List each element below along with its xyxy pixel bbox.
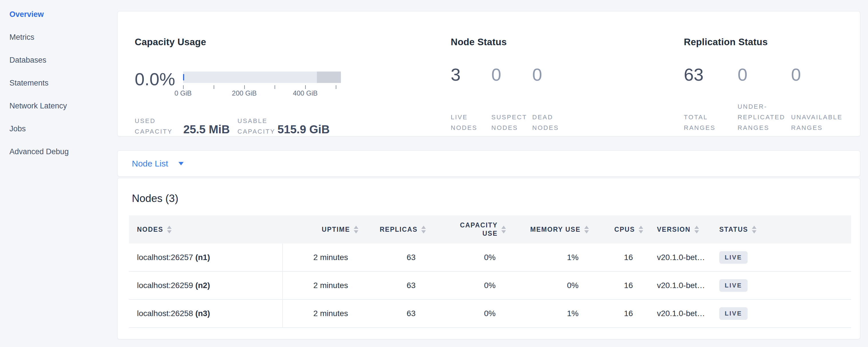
live-nodes-label: LIVE NODES [451,112,489,133]
sidebar-item-overview[interactable]: Overview [9,3,117,26]
capacity-use-cell: 0% [428,244,508,272]
capacity-gauge: 0 GiB 200 GiB 400 GiB [183,64,341,98]
memory-use-cell: 1% [508,244,591,272]
node-status-title: Node Status [451,37,651,48]
table-row-n3[interactable]: localhost:26258 (n3) 2 minutes 63 0% 1% … [129,299,851,327]
sort-icon [584,226,589,233]
node-address-cell[interactable]: localhost:26258 (n3) [129,299,283,327]
status-badge: LIVE [719,251,748,264]
node-address: localhost:26258 [137,309,193,318]
column-header-version[interactable]: VERSION [646,215,712,244]
table-row-n2[interactable]: localhost:26259 (n2) 2 minutes 63 0% 0% … [129,272,851,299]
memory-use-column-label: MEMORY USE [530,226,581,233]
axis-label-200gib: 200 GiB [232,89,257,97]
capacity-gauge-reserved-segment [317,71,341,83]
status-column-label: STATUS [719,226,748,233]
capacity-use-cell: 0% [428,272,508,299]
suspect-nodes-stat: 0 SUSPECT NODES [491,66,532,133]
column-header-replicas[interactable]: REPLICAS [361,215,428,244]
node-list-strip: Node List [117,151,860,177]
replicas-cell: 63 [361,244,428,272]
sort-icon [639,226,643,233]
status-cell: LIVE [712,299,851,327]
uptime-cell: 2 minutes [283,299,361,327]
uptime-cell: 2 minutes [283,272,361,299]
cpus-cell: 16 [591,299,646,327]
chevron-down-icon [179,162,184,165]
cockroachdb-overview-page: Overview Metrics Databases Statements Ne… [0,0,868,347]
replicas-cell: 63 [361,299,428,327]
capacity-gauge-used-marker [183,74,184,81]
version-cell: v20.1.0-bet… [646,299,712,327]
usable-capacity-label: USABLE CAPACITY [237,116,277,137]
column-header-capacity-use[interactable]: CAPACITY USE [428,215,508,244]
cpus-cell: 16 [591,244,646,272]
node-address-cell[interactable]: localhost:26259 (n2) [129,272,283,299]
usable-capacity-value: 515.9 GiB [277,123,330,137]
status-cell: LIVE [712,272,851,299]
capacity-gauge-bar [183,71,341,83]
capacity-gauge-ticks [183,83,341,89]
node-id: (n2) [195,281,210,290]
nodes-card: Nodes (3) NODES UPTIME REPLICAS CAPACITY… [117,178,860,339]
sort-icon [421,226,426,233]
suspect-nodes-value: 0 [491,66,532,84]
uptime-cell: 2 minutes [283,244,361,272]
sidebar-item-statements[interactable]: Statements [9,71,117,94]
status-badge: LIVE [719,307,748,320]
sidebar-item-advanced-debug[interactable]: Advanced Debug [9,140,117,163]
capacity-use-column-label: CAPACITY USE [459,221,498,238]
nodes-heading: Nodes (3) [132,192,178,204]
live-nodes-value: 3 [451,66,491,84]
dead-nodes-stat: 0 DEAD NODES [532,66,581,133]
live-nodes-stat: 3 LIVE NODES [451,66,491,133]
sort-icon [752,226,756,233]
column-header-memory-use[interactable]: MEMORY USE [508,215,591,244]
sort-icon [354,226,359,233]
replicas-column-label: REPLICAS [380,226,417,233]
memory-use-cell: 1% [508,299,591,327]
memory-use-cell: 0% [508,272,591,299]
cpus-cell: 16 [591,272,646,299]
under-replicated-ranges-stat: 0 UNDER-REPLICATED RANGES [738,66,791,133]
node-id: (n1) [195,253,210,262]
column-header-uptime[interactable]: UPTIME [283,215,361,244]
replication-status-title: Replication Status [684,37,856,48]
total-ranges-value: 63 [684,66,738,84]
sidebar-item-network-latency[interactable]: Network Latency [9,94,117,117]
unavailable-ranges-label: UNAVAILABLE RANGES [791,112,856,133]
node-id: (n3) [195,309,210,318]
dead-nodes-label: DEAD NODES [532,112,571,133]
column-header-status[interactable]: STATUS [712,215,851,244]
version-cell: v20.1.0-bet… [646,244,712,272]
node-status-section: Node Status 3 LIVE NODES 0 SUSPECT NODES… [451,11,651,137]
sort-icon [694,226,699,233]
axis-label-400gib: 400 GiB [293,89,318,97]
node-address: localhost:26257 [137,253,193,262]
uptime-column-label: UPTIME [322,226,350,233]
nodes-column-label: NODES [137,226,163,233]
total-ranges-label: TOTAL RANGES [684,112,727,133]
column-header-nodes[interactable]: NODES [129,215,283,244]
under-replicated-ranges-value: 0 [738,66,791,84]
node-list-dropdown[interactable]: Node List [132,159,184,168]
sidebar: Overview Metrics Databases Statements Ne… [0,0,117,347]
cluster-summary-card: Capacity Usage 0.0% 0 GiB 200 GiB 400 Gi… [117,11,860,136]
capacity-usage-title: Capacity Usage [135,37,449,48]
dead-nodes-value: 0 [532,66,581,84]
status-cell: LIVE [712,244,851,272]
used-capacity-value: 25.5 MiB [183,123,230,137]
replicas-cell: 63 [361,272,428,299]
table-row-n1[interactable]: localhost:26257 (n1) 2 minutes 63 0% 1% … [129,244,851,272]
node-address-cell[interactable]: localhost:26257 (n1) [129,244,283,272]
sort-icon [501,226,506,233]
sidebar-item-databases[interactable]: Databases [9,49,117,71]
node-list-dropdown-label: Node List [132,159,168,168]
column-header-cpus[interactable]: CPUS [591,215,646,244]
axis-label-0gib: 0 GiB [175,89,192,97]
total-ranges-stat: 63 TOTAL RANGES [684,66,738,133]
sidebar-item-jobs[interactable]: Jobs [9,117,117,140]
capacity-use-cell: 0% [428,299,508,327]
sidebar-item-metrics[interactable]: Metrics [9,26,117,49]
cpus-column-label: CPUS [614,226,635,233]
